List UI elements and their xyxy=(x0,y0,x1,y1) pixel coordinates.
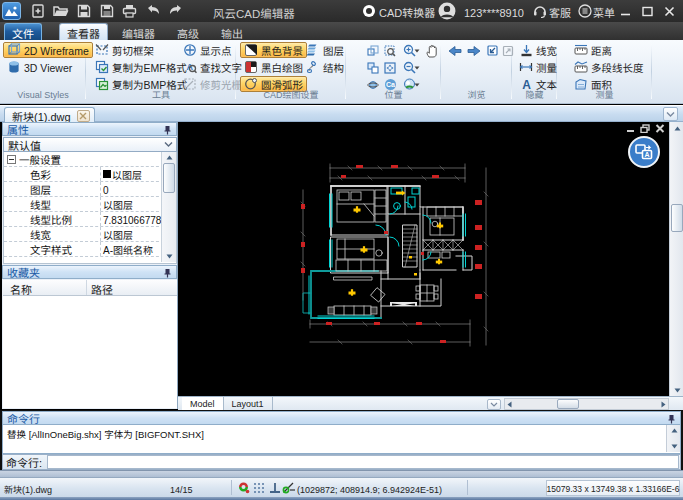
property-group-row[interactable]: 一般设置 xyxy=(4,152,164,167)
command-output-scrollbar[interactable] xyxy=(666,425,680,452)
maximize-button[interactable] xyxy=(641,0,654,22)
view-forward-button[interactable] xyxy=(466,43,482,58)
minimize-button[interactable] xyxy=(619,0,632,22)
color-swatch xyxy=(103,170,111,178)
zoom-extents-button[interactable] xyxy=(382,60,398,75)
property-value-text: 0 xyxy=(103,182,109,197)
copy-emf-button[interactable]: 复制为EMF格式 xyxy=(91,59,191,75)
scroll-down-icon[interactable] xyxy=(667,441,682,452)
tab-editor[interactable]: 编辑器 xyxy=(114,23,163,40)
layers-button[interactable]: 图层 xyxy=(302,42,348,58)
pan-button[interactable] xyxy=(424,43,440,58)
property-row[interactable]: 线型比例 7.831066778 xyxy=(4,212,164,227)
user-avatar[interactable] xyxy=(438,2,456,20)
account-label[interactable]: 123****8910 xyxy=(464,4,524,20)
viewer-3d-button-label: 3D Viewer xyxy=(24,60,72,75)
ribbon-group-position: Ca 位置 xyxy=(346,40,441,103)
scroll-up-icon[interactable] xyxy=(667,425,682,436)
structure-button[interactable]: 结构 xyxy=(302,59,348,75)
scroll-up-icon[interactable] xyxy=(670,123,683,134)
black-background-button[interactable]: 黑色背景 xyxy=(240,42,307,58)
hide-linewidth-button[interactable]: 线宽 xyxy=(515,42,561,58)
scrollbar-thumb[interactable] xyxy=(557,399,579,409)
property-filter-dropdown[interactable]: 默认值 xyxy=(3,137,177,152)
tab-layout1[interactable]: Layout1 xyxy=(224,397,273,410)
menu-button[interactable]: 菜单 xyxy=(593,4,615,20)
zoom-all-button[interactable] xyxy=(365,60,381,75)
close-button[interactable] xyxy=(663,0,676,22)
property-row[interactable]: 色彩 以图层 xyxy=(4,167,164,182)
clip-frame-button[interactable]: 剪切框架 xyxy=(91,42,158,58)
show-points-button[interactable]: 显示点 xyxy=(179,42,236,58)
tab-file[interactable]: 文件 xyxy=(4,23,42,40)
measure-polyline-button-label: 多段线长度 xyxy=(591,60,644,75)
view-back-button[interactable] xyxy=(447,43,463,58)
grid-toggle-icon[interactable] xyxy=(253,482,265,494)
tab-output[interactable]: 输出 xyxy=(213,23,251,40)
zoom-out-dropdown[interactable] xyxy=(413,60,421,75)
pin-icon[interactable] xyxy=(163,268,172,278)
customer-service-button[interactable]: 客服 xyxy=(549,4,571,20)
cad-converter-float-button[interactable]: A xyxy=(628,136,660,168)
ortho-toggle-icon[interactable] xyxy=(269,482,281,494)
viewer-3d-icon xyxy=(7,60,21,74)
view-restore-button[interactable] xyxy=(484,43,500,58)
pin-icon[interactable] xyxy=(163,125,172,135)
command-output[interactable]: 替换 [AllInOneBig.shx] 字体为 [BIGFONT.SHX] xyxy=(2,425,681,454)
bw-drawing-button[interactable]: 黑白绘图 xyxy=(240,59,307,75)
wireframe-2d-button[interactable]: 2D Wireframe xyxy=(3,42,93,58)
favorites-col-path[interactable]: 路径 xyxy=(87,280,113,295)
ribbon-collapse-button[interactable] xyxy=(663,107,678,121)
property-value: 0 xyxy=(100,182,164,196)
canvas-restore-icon[interactable] xyxy=(640,124,650,133)
command-panel-header: 命令行 xyxy=(2,411,681,425)
structure-button-label: 结构 xyxy=(323,60,344,75)
tab-viewer[interactable]: 查看器 xyxy=(59,23,108,40)
ribbon-group-cad-settings: 黑色背景 黑白绘图 圆滑弧形 图层 结构 CAD绘图设置 xyxy=(236,40,346,103)
property-row[interactable]: 线型 以图层 xyxy=(4,197,164,212)
structure-icon xyxy=(306,60,320,74)
property-row[interactable]: 文字样式 A-图纸名称 xyxy=(4,242,164,257)
app-window: { "theme": { "titlebar_bg": "#2f2f2f", "… xyxy=(0,0,683,500)
property-value: 7.831066778 xyxy=(100,212,164,226)
command-panel-title: 命令行 xyxy=(7,410,40,426)
property-value-text: 以图层 xyxy=(103,197,133,212)
find-text-icon: A xyxy=(183,60,197,74)
zoom-in-dropdown[interactable] xyxy=(413,43,421,58)
favorites-col-name[interactable]: 名称 xyxy=(3,280,87,295)
property-grid-scrollbar[interactable] xyxy=(161,152,176,262)
canvas-close-icon[interactable] xyxy=(655,124,665,133)
hide-measure-button[interactable]: 测量 xyxy=(515,59,561,75)
property-row[interactable]: 线宽 以图层 xyxy=(4,227,164,242)
tab-model[interactable]: Model xyxy=(182,397,224,410)
cad-converter-button[interactable]: CAD转换器 xyxy=(379,4,435,20)
command-input[interactable] xyxy=(47,455,679,469)
canvas-vertical-scrollbar[interactable] xyxy=(669,122,683,397)
tab-advanced[interactable]: 高级 xyxy=(169,23,207,40)
scroll-down-icon[interactable] xyxy=(162,251,177,262)
favorites-list[interactable] xyxy=(3,296,177,408)
layout-tabs-menu-button[interactable] xyxy=(487,399,501,410)
snap-toggle-icon[interactable] xyxy=(237,481,250,494)
viewer-3d-button[interactable]: 3D Viewer xyxy=(3,59,76,75)
property-row[interactable]: 图层 0 xyxy=(4,182,164,197)
scrollbar-thumb[interactable] xyxy=(671,204,683,232)
zoom-previous-button[interactable] xyxy=(365,43,381,58)
collapse-box-icon[interactable] xyxy=(7,155,16,164)
scroll-right-icon[interactable] xyxy=(661,401,666,408)
pin-icon[interactable] xyxy=(667,414,676,424)
scroll-up-icon[interactable] xyxy=(162,152,177,163)
svg-text:A: A xyxy=(644,149,649,159)
measure-distance-button[interactable]: 距离 xyxy=(570,42,616,58)
scroll-down-icon[interactable] xyxy=(670,385,683,396)
scroll-left-icon[interactable] xyxy=(507,401,512,408)
canvas-minimize-icon[interactable] xyxy=(626,124,635,133)
measure-polyline-button[interactable]: 多段线长度 xyxy=(570,59,648,75)
zoom-window-button[interactable] xyxy=(382,43,398,58)
drawing-canvas[interactable]: A xyxy=(178,122,669,396)
canvas-horizontal-scrollbar[interactable] xyxy=(504,398,669,410)
draw-toggle-icon[interactable] xyxy=(282,482,296,494)
scrollbar-thumb[interactable] xyxy=(163,163,175,193)
statusbar-separator xyxy=(467,480,468,495)
document-tab-close-icon[interactable] xyxy=(77,110,90,122)
